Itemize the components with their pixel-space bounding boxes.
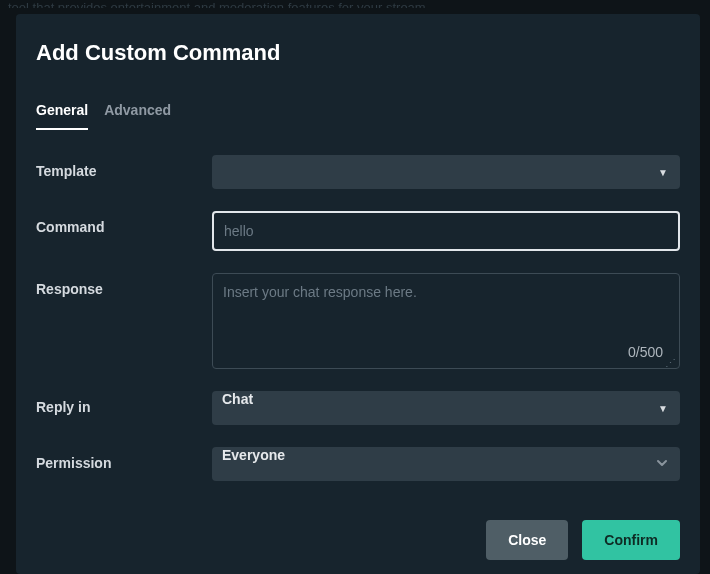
background-text: tool that provides entertainment and mod… [0,0,710,8]
row-template: Template ▼ [36,155,680,189]
confirm-button[interactable]: Confirm [582,520,680,560]
response-textarea[interactable] [223,284,669,344]
label-reply-in: Reply in [36,391,212,415]
response-textarea-wrap: 0/500 ⋰ [212,273,680,369]
resize-handle-icon: ⋰ [665,359,676,367]
command-input[interactable] [212,211,680,251]
row-reply-in: Reply in Chat ▼ [36,391,680,425]
row-response: Response 0/500 ⋰ [36,273,680,369]
template-select[interactable] [212,155,680,189]
label-response: Response [36,273,212,297]
label-template: Template [36,155,212,179]
label-command: Command [36,211,212,235]
form-general: Template ▼ Command Response 0/500 ⋰ [16,131,700,481]
row-command: Command [36,211,680,251]
tab-advanced[interactable]: Advanced [104,102,171,130]
add-custom-command-modal: Add Custom Command General Advanced Temp… [16,14,700,574]
close-button[interactable]: Close [486,520,568,560]
modal-footer: Close Confirm [16,520,700,574]
modal-title: Add Custom Command [16,14,700,66]
label-permission: Permission [36,447,212,471]
row-permission: Permission Everyone [36,447,680,481]
tabs: General Advanced [16,66,700,131]
tab-general[interactable]: General [36,102,88,130]
permission-select[interactable]: Everyone [212,447,680,481]
char-counter: 0/500 [628,344,663,360]
reply-in-select[interactable]: Chat [212,391,680,425]
